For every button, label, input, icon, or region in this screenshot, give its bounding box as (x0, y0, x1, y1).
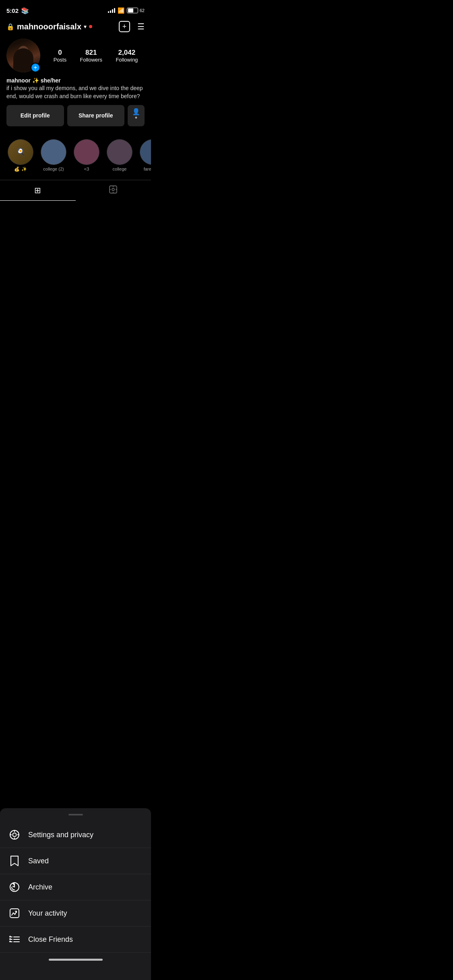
story-circle-2 (74, 139, 99, 165)
story-label-3: college (113, 167, 127, 171)
story-label-4: farewel... (144, 167, 151, 171)
share-profile-button[interactable]: Share profile (67, 105, 125, 126)
notification-dot (89, 25, 92, 28)
profile-header: 🔒 mahnooorfaisalx ▾ + ☰ (0, 18, 151, 37)
battery-indicator: 62 (127, 8, 145, 13)
display-name: mahnoor ✨ she/her (6, 77, 145, 84)
story-circle-0: 🍳 (8, 139, 33, 165)
story-item-3[interactable]: college (105, 139, 134, 172)
book-icon: 📚 (21, 7, 29, 14)
story-label-2: <3 (84, 167, 89, 171)
followers-stat[interactable]: 821 Followers (80, 49, 102, 63)
status-icons: 📶 62 (108, 7, 145, 14)
header-actions: + ☰ (119, 21, 145, 32)
chevron-down-icon: ▾ (84, 23, 87, 30)
edit-profile-button[interactable]: Edit profile (6, 105, 64, 126)
signal-icon (108, 8, 115, 13)
stories-highlights: 🍳 💰 ✨ college (2) <3 college farewel... (0, 138, 151, 178)
username-text: mahnooorfaisalx (17, 22, 81, 31)
add-story-button[interactable]: + (31, 63, 40, 72)
action-buttons: Edit profile Share profile 👤+ (6, 105, 145, 126)
story-label-1: college (2) (43, 167, 64, 171)
story-circle-4 (140, 139, 151, 165)
profile-top: + 0 Posts 821 Followers 2,042 Following (6, 39, 145, 72)
story-item-2[interactable]: <3 (72, 139, 101, 172)
story-circle-1 (41, 139, 66, 165)
bio-text: if i show you all my demons, and we dive… (6, 84, 145, 100)
status-bar: 5:02 📚 📶 62 (0, 0, 151, 18)
lock-icon: 🔒 (6, 23, 14, 31)
profile-section: + 0 Posts 821 Followers 2,042 Following … (0, 37, 151, 138)
wifi-icon: 📶 (118, 7, 124, 14)
profile-stats: 0 Posts 821 Followers 2,042 Following (47, 49, 145, 63)
posts-stat[interactable]: 0 Posts (54, 49, 67, 63)
tab-grid[interactable]: ⊞ (0, 180, 76, 201)
grid-icon: ⊞ (34, 185, 41, 195)
add-person-icon: 👤+ (132, 108, 140, 123)
add-person-button[interactable]: 👤+ (128, 105, 145, 126)
avatar-container[interactable]: + (6, 39, 40, 72)
add-post-icon[interactable]: + (119, 21, 130, 32)
following-stat[interactable]: 2,042 Following (116, 49, 138, 63)
status-time: 5:02 (6, 7, 19, 14)
story-item-4[interactable]: farewel... (139, 139, 151, 172)
svg-point-1 (112, 188, 114, 191)
content-tab-bar: ⊞ (0, 180, 151, 201)
tab-tagged[interactable] (76, 180, 151, 201)
story-label-0: 💰 ✨ (14, 167, 27, 172)
tagged-icon (109, 185, 118, 196)
username-area[interactable]: 🔒 mahnooorfaisalx ▾ (6, 22, 92, 31)
story-circle-3 (107, 139, 132, 165)
story-item-0[interactable]: 🍳 💰 ✨ (6, 139, 35, 172)
menu-icon[interactable]: ☰ (137, 22, 145, 31)
story-item-1[interactable]: college (2) (39, 139, 68, 172)
